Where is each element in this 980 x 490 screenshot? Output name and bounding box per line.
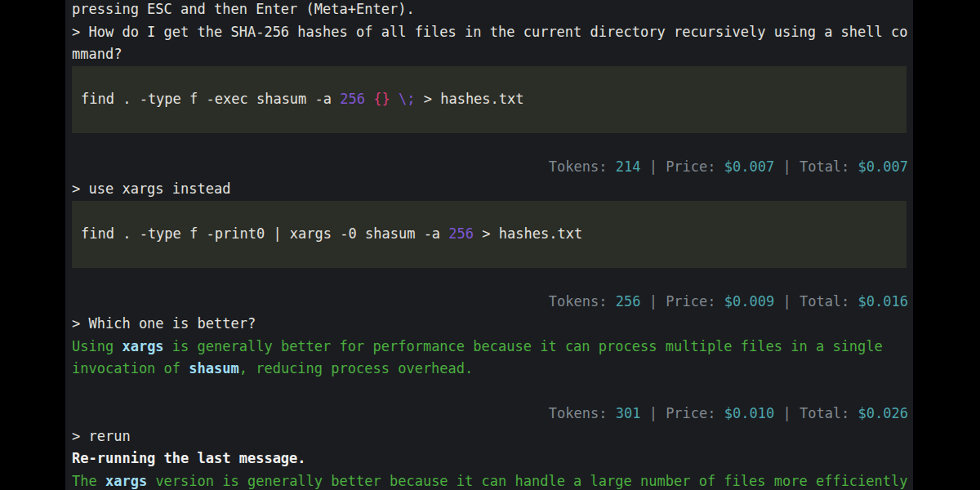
rerun-notice-text: Re-running the last message. [72, 450, 306, 466]
user-prompt-1-line-1: > How do I get the SHA-256 hashes of all… [72, 21, 908, 44]
user-prompt-1-line-2: mmand? [72, 43, 908, 66]
blank-line [72, 381, 908, 403]
tokens-value: 214 [616, 158, 641, 175]
assistant-answer-1-line-1: Using xargs is generally better for perf… [72, 336, 908, 359]
user-prompt-4: > rerun [72, 425, 908, 448]
separator: | [774, 405, 800, 421]
stats-line-3: Tokens: 301 | Price: $0.010 | Total: $0.… [72, 403, 908, 425]
blank-line [72, 268, 908, 291]
code2-number: 256 [448, 225, 474, 242]
separator: | [774, 158, 800, 175]
history-hint-text: pressing ESC and then Enter (Meta+Enter)… [72, 1, 415, 17]
answer-text: is generally better for performance beca… [164, 338, 883, 354]
code1-command: find . -type f -exec shasum -a [81, 91, 340, 107]
code-block-1: find . -type f -exec shasum -a 256 {} \;… [72, 66, 906, 134]
code1-space-2 [390, 91, 399, 107]
code-line-1: find . -type f -exec shasum -a 256 {} \;… [72, 88, 906, 111]
price-label: Price: [666, 293, 724, 310]
user-prompt-2-text: > use xargs instead [72, 180, 230, 197]
screen: { "colors": { "screen_background": "#000… [0, 0, 980, 490]
assistant-answer-1-line-2: invocation of shasum, reducing process o… [72, 358, 908, 381]
separator: | [640, 293, 666, 310]
code1-number: 256 [340, 91, 365, 107]
separator: | [774, 293, 800, 310]
price-value: $0.010 [724, 405, 774, 421]
code1-redirect: > hashes.txt [415, 91, 523, 107]
command-name-shasum: shasum [189, 360, 238, 376]
terminal-output: pressing ESC and then Enter (Meta+Enter)… [72, 0, 908, 490]
assistant-answer-2-line-1: The xargs version is generally better be… [72, 470, 908, 490]
separator: | [640, 405, 666, 421]
total-label: Total: [800, 405, 858, 421]
total-label: Total: [800, 158, 858, 175]
answer-text: Using [72, 338, 122, 354]
total-value: $0.007 [858, 158, 908, 175]
total-value: $0.026 [858, 405, 908, 421]
command-name-xargs: xargs [105, 473, 147, 489]
blank-line [72, 133, 908, 156]
rerun-notice-line: Re-running the last message. [72, 448, 908, 470]
total-value: $0.016 [858, 293, 908, 310]
code2-command: find . -type f -print0 | xargs -0 shasum… [81, 225, 448, 242]
user-prompt-4-text: > rerun [72, 428, 131, 444]
answer-text: The [72, 473, 105, 489]
user-prompt-1-text-2: mmand? [72, 46, 122, 62]
price-value: $0.009 [724, 293, 774, 310]
tokens-value: 256 [616, 293, 641, 310]
code1-braces: {} [373, 91, 390, 107]
user-prompt-2: > use xargs instead [72, 178, 908, 201]
code2-redirect: > hashes.txt [474, 225, 582, 242]
command-name-xargs: xargs [122, 338, 163, 354]
separator: | [640, 158, 666, 175]
stats-line-1: Tokens: 214 | Price: $0.007 | Total: $0.… [72, 156, 908, 179]
answer-text: , reducing process overhead. [239, 360, 474, 376]
answer-text: version is generally better because it c… [147, 473, 907, 489]
code-block-2: find . -type f -print0 | xargs -0 shasum… [72, 201, 906, 269]
code1-escaped-semicolon: \; [399, 91, 415, 107]
answer-text: invocation of [72, 360, 189, 376]
code1-space-1 [365, 91, 373, 107]
total-label: Total: [800, 293, 858, 310]
tokens-label: Tokens: [549, 293, 616, 310]
tokens-label: Tokens: [549, 158, 616, 175]
user-prompt-3: > Which one is better? [72, 313, 908, 336]
history-hint-line: pressing ESC and then Enter (Meta+Enter)… [72, 0, 908, 21]
user-prompt-3-text: > Which one is better? [72, 315, 256, 332]
terminal-window[interactable]: pressing ESC and then Enter (Meta+Enter)… [65, 0, 913, 490]
code-line-2: find . -type f -print0 | xargs -0 shasum… [72, 223, 906, 246]
price-value: $0.007 [724, 158, 774, 175]
stats-line-2: Tokens: 256 | Price: $0.009 | Total: $0.… [72, 291, 908, 314]
tokens-label: Tokens: [549, 405, 616, 421]
tokens-value: 301 [616, 405, 641, 421]
price-label: Price: [666, 405, 724, 421]
price-label: Price: [666, 158, 724, 175]
user-prompt-1-text-1: > How do I get the SHA-256 hashes of all… [72, 24, 908, 40]
